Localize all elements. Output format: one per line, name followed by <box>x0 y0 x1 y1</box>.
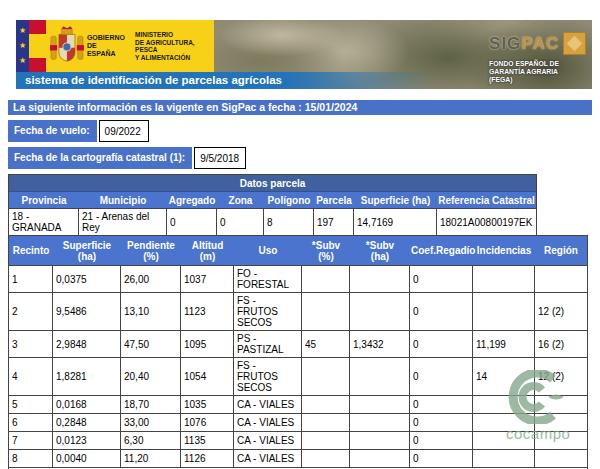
table-cell: PS - PASTIZAL <box>234 331 302 358</box>
table-cell: 20,40 <box>121 358 181 396</box>
table-cell <box>302 293 350 331</box>
column-header-subv-pct: *Subv (%) <box>302 236 350 266</box>
government-logo-block: ★ ★ ★ GOBIERNO DE ESPAÑA <box>16 20 214 72</box>
table-row: 8 0,0040 11,20 1126 CA - VIALES 0 <box>9 450 587 468</box>
table-cell: 0,0040 <box>53 450 121 468</box>
table-cell: 0 <box>410 414 473 432</box>
table-cell: 1 <box>9 266 53 293</box>
ministry-banner: GOBIERNO DE ESPAÑA MINISTERIO DE AGRICUL… <box>46 20 214 72</box>
table-row: 7 0,0123 6,30 1135 CA - VIALES 0 <box>9 432 587 450</box>
table-cell: 9,5486 <box>53 293 121 331</box>
spain-flag-icon <box>29 20 46 72</box>
table-cell: 12 (2) <box>535 293 587 331</box>
table-cell: FO - FORESTAL <box>234 266 302 293</box>
flight-date-label: Fecha de vuelo: <box>8 120 97 142</box>
table-cell: 1095 <box>181 331 234 358</box>
table-cell: 14,7169 <box>354 209 437 235</box>
table-cell: 0 <box>410 432 473 450</box>
column-header-provincia: Provincia <box>9 192 79 209</box>
table-row: 6 0,2848 33,00 1076 CA - VIALES 0 <box>9 414 587 432</box>
table-cell: 13,10 <box>121 293 181 331</box>
table-cell: FS - FRUTOS SECOS <box>234 358 302 396</box>
table-cell: 26,00 <box>121 266 181 293</box>
table-cell: FS - FRUTOS SECOS <box>234 293 302 331</box>
sigpac-logo-sig: SIG <box>489 35 521 52</box>
table-cell: 1126 <box>181 450 234 468</box>
column-header-uso: Uso <box>234 236 302 266</box>
sigpac-logo: SIGPAC FONDO ESPAÑOL DE GARANTÍA AGRARIA… <box>489 32 586 84</box>
table-cell <box>302 414 350 432</box>
table-cell: 0 <box>410 358 473 396</box>
table-cell: 0 <box>410 266 473 293</box>
table-cell: 5 <box>9 396 53 414</box>
table-cell <box>302 432 350 450</box>
table-cell: 1035 <box>181 396 234 414</box>
table-cell <box>473 266 535 293</box>
cadastral-date-input[interactable]: 9/5/2018 <box>194 147 246 169</box>
table-cell: 1076 <box>181 414 234 432</box>
table-cell: 0 <box>410 450 473 468</box>
column-header-pendiente: Pendiente (%) <box>121 236 181 266</box>
table-cell <box>350 266 410 293</box>
spain-coat-of-arms-icon <box>50 24 84 68</box>
gobierno-espana-label: GOBIERNO DE ESPAÑA <box>87 34 125 58</box>
table-cell: 11,199 <box>473 331 535 358</box>
sigpac-square-icon <box>563 32 586 55</box>
sigpac-logo-pac: PAC <box>521 35 559 52</box>
table-cell: 0 <box>410 331 473 358</box>
table-cell: 1,3432 <box>350 331 410 358</box>
page-header: ★ ★ ★ GOBIERNO DE ESPAÑA <box>16 20 592 89</box>
table-cell: 0 <box>167 209 217 235</box>
table-cell: 0 <box>410 293 473 331</box>
eu-star-icon: ★ <box>19 57 26 65</box>
table-cell: 2,9848 <box>53 331 121 358</box>
table-cell: CA - VIALES <box>234 414 302 432</box>
column-header-superficie: Superficie (ha) <box>53 236 121 266</box>
table-cell <box>302 396 350 414</box>
table-cell <box>535 450 587 468</box>
table-cell: 1135 <box>181 432 234 450</box>
table-cell: 18,70 <box>121 396 181 414</box>
table-cell: 0 <box>217 209 264 235</box>
table-cell: CA - VIALES <box>234 450 302 468</box>
table-row: 3 2,9848 47,50 1095 PS - PASTIZAL 45 1,3… <box>9 331 587 358</box>
table-cell <box>350 432 410 450</box>
table-cell: CA - VIALES <box>234 396 302 414</box>
validity-info-bar: La siguiente información es la vigente e… <box>8 100 592 115</box>
table-cell: 18 - GRANADA <box>9 209 79 235</box>
cadastral-date-row: Fecha de la cartografía catastral (1): 9… <box>8 147 246 169</box>
table-cell <box>350 396 410 414</box>
table-cell: 14 <box>473 358 535 396</box>
table-cell <box>473 414 535 432</box>
flight-date-input[interactable]: 09/2022 <box>99 120 149 142</box>
table-cell <box>535 432 587 450</box>
table-cell: 1054 <box>181 358 234 396</box>
flight-date-row: Fecha de vuelo: 09/2022 <box>8 120 149 142</box>
table-cell: 1,8281 <box>53 358 121 396</box>
table-cell: 45 <box>302 331 350 358</box>
ministerio-label: MINISTERIO DE AGRICULTURA, PESCA Y ALIME… <box>135 31 214 61</box>
table-cell <box>350 358 410 396</box>
table-cell: 0,0168 <box>53 396 121 414</box>
table-cell: 1123 <box>181 293 234 331</box>
table-cell: 8 <box>9 450 53 468</box>
table-cell <box>473 432 535 450</box>
column-header-poligono: Polígono <box>264 192 314 209</box>
table-cell: 1037 <box>181 266 234 293</box>
app-title-banner: sistema de identificación de parcelas ag… <box>16 72 436 89</box>
column-header-municipio: Municipio <box>79 192 167 209</box>
table-cell: 0,0375 <box>53 266 121 293</box>
table-cell: 8 <box>264 209 314 235</box>
table-cell: 3 <box>9 331 53 358</box>
table-cell: 2 <box>9 293 53 331</box>
eu-star-icon: ★ <box>19 27 26 35</box>
column-header-referencia: Referencia Catastral <box>437 192 536 209</box>
parcel-table-row: 18 - GRANADA 21 - Arenas del Rey 0 0 8 1… <box>9 209 536 235</box>
table-cell: 16 (2) <box>535 331 587 358</box>
table-cell: 12 (2) <box>535 358 587 396</box>
table-cell <box>535 396 587 414</box>
table-cell: 6,30 <box>121 432 181 450</box>
table-row: 4 1,8281 20,40 1054 FS - FRUTOS SECOS 0 … <box>9 358 587 396</box>
table-cell: 47,50 <box>121 331 181 358</box>
column-header-agregado: Agregado <box>167 192 217 209</box>
